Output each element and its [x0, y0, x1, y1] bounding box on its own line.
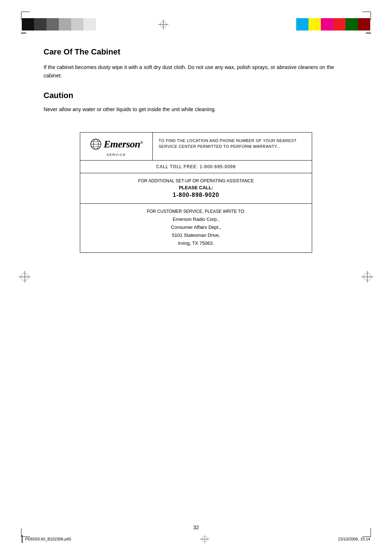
main-content: Care Of The Cabinet If the cabinet becom…	[44, 44, 348, 519]
service-description: TO FIND THE LOCATION AND PHONE NUMBER OF…	[153, 133, 312, 160]
footer-left-line	[22, 535, 23, 543]
toll-free-row: CALL TOLL FREE: 1-800-695-0098	[80, 161, 312, 173]
swatch-dark-red	[358, 18, 370, 31]
swatch-mid-gray	[46, 18, 59, 31]
emerson-service-label: SERVICE	[107, 153, 126, 157]
emerson-reg: ®	[140, 140, 143, 144]
center-crosshair-area	[96, 19, 231, 29]
emerson-text: Emerson	[104, 138, 140, 150]
footer-center	[200, 535, 209, 543]
address-line3: 5101 Statesman Drive,	[84, 231, 308, 239]
grayscale-swatches	[22, 18, 96, 31]
customer-address: Emerson Radio Corp., Consumer Affairs De…	[84, 215, 308, 247]
customer-service-label: FOR CUSTOMER SERVICE, PLEASE WRITE TO:	[84, 209, 308, 214]
tick-left	[21, 33, 26, 33]
emerson-logo: Emerson®	[90, 138, 143, 150]
address-line2: Consumer Affairs Dept.,	[84, 223, 308, 231]
operating-label: FOR ADDITIONAL SET-UP OR OPERATING ASSIS…	[84, 178, 308, 183]
toll-free-text: CALL TOLL FREE: 1-800-695-0098	[156, 164, 236, 169]
please-call-label: PLEASE CALL:	[84, 185, 308, 190]
crosshair-circle	[160, 21, 167, 28]
emerson-globe-icon	[90, 138, 102, 150]
swatch-cyan	[296, 18, 309, 31]
footer-right: 23/10/2006, 10:14	[338, 537, 370, 541]
customer-service-section: FOR CUSTOMER SERVICE, PLEASE WRITE TO: E…	[80, 204, 312, 252]
operating-section: FOR ADDITIONAL SET-UP OR OPERATING ASSIS…	[80, 173, 312, 204]
swatch-black	[22, 18, 34, 31]
right-crosshair	[362, 271, 373, 284]
swatch-light-gray	[59, 18, 71, 31]
care-cabinet-body: If the cabinet becomes dusty wipe it wit…	[44, 63, 348, 80]
footer-bar: PD6559.60_B102306.p65 23/10/2006, 10:14	[22, 535, 370, 543]
caution-body: Never allow any water or other liquids t…	[44, 105, 348, 114]
service-card-top: Emerson® SERVICE TO FIND THE LOCATION AN…	[80, 133, 312, 161]
swatch-red	[333, 18, 346, 31]
color-swatches	[296, 18, 370, 31]
footer-datetime: 23/10/2006, 10:14	[338, 537, 370, 541]
address-line1: Emerson Radio Corp.,	[84, 215, 308, 223]
emerson-logo-box: Emerson® SERVICE	[80, 133, 153, 160]
phone-number: 1-800-898-9020	[84, 192, 308, 198]
page-number: 32	[193, 524, 199, 530]
swatch-dark-gray	[34, 18, 46, 31]
swatch-lightest-gray	[83, 18, 96, 31]
page: Care Of The Cabinet If the cabinet becom…	[0, 0, 392, 555]
top-crosshair	[158, 19, 168, 29]
left-crosshair	[19, 271, 30, 284]
service-card: Emerson® SERVICE TO FIND THE LOCATION AN…	[80, 132, 312, 253]
care-cabinet-title: Care Of The Cabinet	[44, 47, 348, 57]
tick-right	[366, 33, 371, 33]
color-bar-container	[0, 17, 392, 31]
swatch-dark-green	[346, 18, 358, 31]
footer-filename: PD6559.60_B102306.p65	[25, 537, 72, 541]
emerson-wordmark: Emerson®	[104, 138, 143, 150]
swatch-lighter-gray	[71, 18, 83, 31]
footer-crosshair-circle	[202, 536, 208, 542]
footer-left: PD6559.60_B102306.p65	[22, 535, 71, 543]
swatch-yellow	[309, 18, 321, 31]
caution-title: Caution	[44, 91, 348, 100]
address-line4: Irving, TX 75063.	[84, 239, 308, 247]
footer-crosshair	[200, 535, 209, 543]
swatch-magenta	[321, 18, 333, 31]
